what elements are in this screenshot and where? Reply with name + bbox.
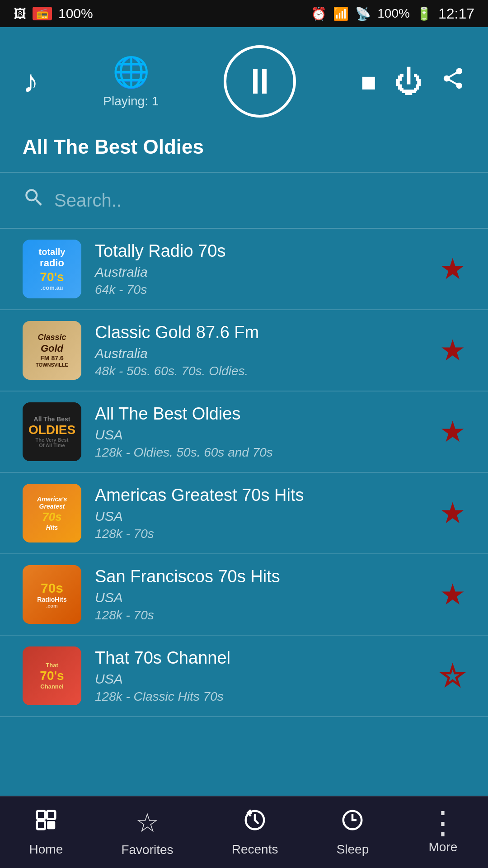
station-info: That 70s Channel USA 128k - Classic Hits… xyxy=(95,648,426,704)
search-bar xyxy=(0,173,488,229)
station-info: Americas Greatest 70s Hits USA 128k - 70… xyxy=(95,486,426,541)
station-logo: America's Greatest 70s Hits xyxy=(23,484,81,542)
station-item[interactable]: Classic Gold FM 87.6 TOWNSVILLE Classic … xyxy=(0,310,488,392)
nav-sleep[interactable]: Sleep xyxy=(337,808,369,857)
home-icon xyxy=(34,808,58,838)
player-controls-right: ■ ⏻ xyxy=(361,66,465,98)
station-name: Classic Gold 87.6 Fm xyxy=(95,323,426,342)
station-meta: 128k - Classic Hits 70s xyxy=(95,689,426,704)
station-meta: 128k - 70s xyxy=(95,527,426,541)
wifi-icon: 📶 xyxy=(333,6,349,21)
image-icon: 🖼 xyxy=(14,6,26,21)
nav-more[interactable]: ⋮ More xyxy=(427,810,459,854)
station-country: USA xyxy=(95,590,426,605)
station-name: San Franciscos 70s Hits xyxy=(95,567,426,586)
station-info: San Franciscos 70s Hits USA 128k - 70s xyxy=(95,567,426,623)
status-right: ⏰ 📶 📡 100% 🔋 12:17 xyxy=(311,5,474,22)
player-header: ♪ 🌐 Playing: 1 ⏸ ■ ⏻ xyxy=(0,27,488,131)
favorite-star[interactable]: ★ xyxy=(440,496,465,530)
nav-home[interactable]: Home xyxy=(29,808,63,857)
station-info: Totally Radio 70s Australia 64k - 70s xyxy=(95,241,426,297)
station-logo: That 70's Channel xyxy=(23,646,81,705)
globe-icon: 🌐 xyxy=(113,55,150,90)
station-logo: 70s RadioHits .com xyxy=(23,565,81,624)
recents-label: Recents xyxy=(232,842,278,857)
favorite-star[interactable]: ★ xyxy=(440,415,465,448)
favorite-star[interactable]: ★ xyxy=(440,252,465,286)
search-input[interactable] xyxy=(54,190,465,211)
home-label: Home xyxy=(29,842,63,857)
svg-rect-1 xyxy=(37,821,45,829)
favorites-icon: ☆ xyxy=(136,807,159,838)
pause-icon: ⏸ xyxy=(242,61,278,102)
station-country: USA xyxy=(95,427,426,443)
station-country: USA xyxy=(95,671,426,687)
favorite-star[interactable]: ★ xyxy=(440,578,465,611)
sleep-icon xyxy=(340,808,365,838)
now-playing-title: All The Best Oldies xyxy=(0,131,488,172)
station-item[interactable]: 70s RadioHits .com San Franciscos 70s Hi… xyxy=(0,554,488,636)
sleep-label: Sleep xyxy=(337,842,369,857)
station-item[interactable]: That 70's Channel That 70s Channel USA 1… xyxy=(0,636,488,717)
svg-rect-0 xyxy=(37,811,45,819)
favorite-star[interactable]: ★ xyxy=(440,334,465,367)
station-info: All The Best Oldies USA 128k - Oldies. 5… xyxy=(95,404,426,460)
station-name: Americas Greatest 70s Hits xyxy=(95,486,426,505)
station-name: All The Best Oldies xyxy=(95,404,426,424)
time-display: 12:17 xyxy=(438,5,474,22)
nav-recents[interactable]: Recents xyxy=(232,808,278,857)
more-label: More xyxy=(429,840,458,854)
music-section: ♪ xyxy=(23,63,38,99)
cellular-icon: 📡 xyxy=(355,6,371,21)
radio-icon: 📻 xyxy=(33,7,52,20)
station-meta: 48k - 50s. 60s. 70s. Oldies. xyxy=(95,364,426,378)
station-item[interactable]: America's Greatest 70s Hits Americas Gre… xyxy=(0,473,488,554)
station-logo: totally radio 70's .com.au xyxy=(23,240,81,298)
svg-rect-3 xyxy=(47,821,55,829)
station-meta: 128k - 70s xyxy=(95,608,426,623)
nav-favorites[interactable]: ☆ Favorites xyxy=(121,807,173,857)
share-button[interactable] xyxy=(441,66,465,97)
station-country: USA xyxy=(95,509,426,524)
status-bar: 🖼 📻 100% ⏰ 📶 📡 100% 🔋 12:17 xyxy=(0,0,488,27)
battery-icon: 🔋 xyxy=(416,6,432,21)
search-icon xyxy=(23,186,45,214)
more-icon: ⋮ xyxy=(427,810,459,835)
station-country: Australia xyxy=(95,346,426,361)
signal-count: 100% xyxy=(58,6,93,21)
bottom-nav: Home ☆ Favorites Recents Sleep ⋮ More xyxy=(0,796,488,868)
station-info: Classic Gold 87.6 Fm Australia 48k - 50s… xyxy=(95,323,426,378)
playing-label: Playing: 1 xyxy=(103,94,159,108)
alarm-icon: ⏰ xyxy=(311,6,327,21)
battery-percent: 100% xyxy=(377,6,410,21)
music-note-icon: ♪ xyxy=(23,63,38,99)
station-meta: 128k - Oldies. 50s. 60s and 70s xyxy=(95,445,426,460)
power-button[interactable]: ⏻ xyxy=(394,66,422,98)
station-item[interactable]: All The Best OLDIES The Very Best Of All… xyxy=(0,392,488,473)
recents-icon xyxy=(243,808,267,838)
status-left: 🖼 📻 100% xyxy=(14,6,93,21)
favorites-label: Favorites xyxy=(121,843,173,857)
globe-section[interactable]: 🌐 Playing: 1 xyxy=(103,55,159,108)
station-logo: All The Best OLDIES The Very Best Of All… xyxy=(23,402,81,461)
pause-button[interactable]: ⏸ xyxy=(224,45,296,118)
svg-rect-2 xyxy=(47,811,55,819)
station-list: totally radio 70's .com.au Totally Radio… xyxy=(0,229,488,868)
station-country: Australia xyxy=(95,264,426,280)
station-name: That 70s Channel xyxy=(95,648,426,668)
station-name: Totally Radio 70s xyxy=(95,241,426,261)
station-meta: 64k - 70s xyxy=(95,283,426,297)
favorite-star[interactable]: ☆ xyxy=(440,659,465,693)
station-item[interactable]: totally radio 70's .com.au Totally Radio… xyxy=(0,229,488,310)
station-logo: Classic Gold FM 87.6 TOWNSVILLE xyxy=(23,321,81,380)
stop-button[interactable]: ■ xyxy=(361,66,376,97)
